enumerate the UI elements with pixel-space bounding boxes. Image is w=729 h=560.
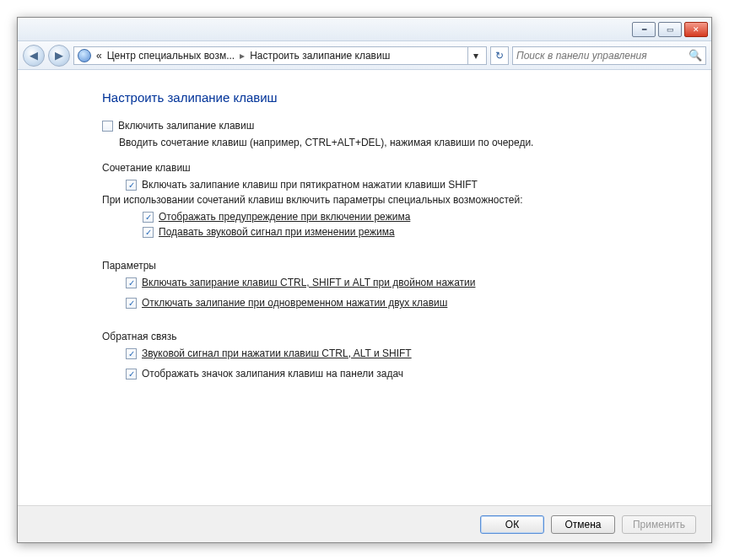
section-shortcut: Сочетание клавиш xyxy=(102,162,678,174)
breadcrumb-prefix: « xyxy=(96,50,102,62)
shortcut-note: При использовании сочетаний клавиш включ… xyxy=(102,194,678,206)
label-beep-modifier: Звуковой сигнал при нажатии клавиш CTRL,… xyxy=(142,347,412,359)
ok-button[interactable]: ОК xyxy=(480,515,544,534)
label-play-sound: Подавать звуковой сигнал при изменении р… xyxy=(159,226,395,238)
control-panel-icon xyxy=(78,49,91,62)
section-feedback: Обратная связь xyxy=(102,331,678,342)
navbar: ◀ ▶ « Центр специальных возм... ▸ Настро… xyxy=(18,41,711,70)
minimize-button[interactable]: ━ xyxy=(632,22,656,37)
content: Настроить залипание клавиш Включить зали… xyxy=(18,70,711,400)
maximize-button[interactable]: ▭ xyxy=(658,22,682,37)
checkbox-lock-modifier[interactable]: ✓ xyxy=(126,277,137,288)
label-turnoff-two: Отключать залипание при одновременном на… xyxy=(142,297,447,309)
button-bar: ОК Отмена Применить xyxy=(18,505,711,542)
checkbox-show-warning[interactable]: ✓ xyxy=(143,212,154,223)
titlebar: ━ ▭ ✕ xyxy=(18,18,711,41)
cancel-button[interactable]: Отмена xyxy=(551,515,615,534)
close-button[interactable]: ✕ xyxy=(684,22,708,37)
breadcrumb-dropdown[interactable]: ▾ xyxy=(467,46,483,65)
breadcrumb-item-1[interactable]: Центр специальных возм... xyxy=(107,50,235,62)
label-show-warning: Отображать предупреждение при включении … xyxy=(159,211,410,223)
checkbox-shortcut-enable[interactable]: ✓ xyxy=(126,180,137,191)
checkbox-tray-icon[interactable]: ✓ xyxy=(126,369,137,380)
refresh-button[interactable]: ↻ xyxy=(490,46,509,65)
back-button[interactable]: ◀ xyxy=(23,45,45,67)
label-enable-sticky: Включить залипание клавиш xyxy=(118,120,254,132)
breadcrumb-item-2[interactable]: Настроить залипание клавиш xyxy=(250,50,390,62)
label-shortcut-enable: Включать залипание клавиш при пятикратно… xyxy=(142,179,478,191)
enable-description: Вводить сочетание клавиш (например, CTRL… xyxy=(119,137,678,148)
apply-button[interactable]: Применить xyxy=(622,515,696,534)
checkbox-beep-modifier[interactable]: ✓ xyxy=(126,348,137,359)
checkbox-turnoff-two[interactable]: ✓ xyxy=(126,298,137,309)
page-title: Настроить залипание клавиш xyxy=(102,90,678,105)
checkbox-play-sound[interactable]: ✓ xyxy=(143,227,154,238)
label-lock-modifier: Включать запирание клавиш CTRL, SHIFT и … xyxy=(142,277,475,288)
checkbox-enable-sticky[interactable] xyxy=(102,121,113,132)
label-tray-icon: Отображать значок залипания клавиш на па… xyxy=(142,368,403,380)
chevron-right-icon: ▸ xyxy=(240,50,245,62)
breadcrumb[interactable]: « Центр специальных возм... ▸ Настроить … xyxy=(73,46,487,65)
section-params: Параметры xyxy=(102,260,678,272)
search-icon: 🔍 xyxy=(688,49,702,62)
search-box[interactable]: 🔍 xyxy=(512,46,706,65)
search-input[interactable] xyxy=(516,50,688,62)
forward-button[interactable]: ▶ xyxy=(48,45,70,67)
